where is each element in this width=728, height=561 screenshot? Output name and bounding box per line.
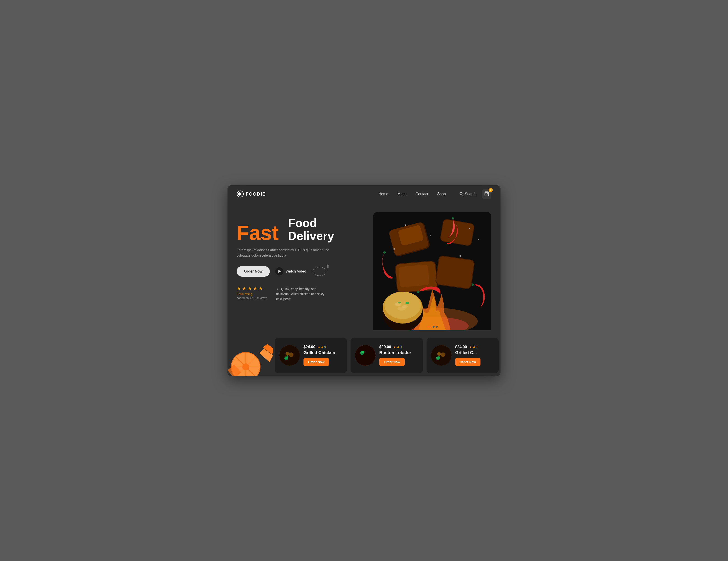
svg-point-52 <box>355 345 376 366</box>
arrow-up-icon: ⇧ <box>326 263 330 269</box>
product-name-3: Grilled C... <box>455 350 494 355</box>
product-details-3: $24.00 ★ 4.9 Grilled C... Order Now <box>455 345 494 366</box>
svg-rect-27 <box>430 235 431 236</box>
search-icon <box>459 192 463 196</box>
hero-dots <box>427 326 438 328</box>
product-card-grilled-2: $24.00 ★ 4.9 Grilled C... Order Now <box>427 338 499 373</box>
star-2: ★ <box>242 286 247 292</box>
svg-point-1 <box>238 192 241 195</box>
rating-block: ★ ★ ★ ★ ★ 5 star rating based on 1788 re… <box>237 286 267 300</box>
svg-point-46 <box>286 352 289 356</box>
search-label: Search <box>465 192 476 196</box>
svg-point-18 <box>452 217 454 219</box>
svg-rect-17 <box>436 256 474 289</box>
svg-rect-25 <box>394 248 395 249</box>
order-grilled-chicken-button[interactable]: Order Now <box>303 358 329 366</box>
watch-video-label: Watch Video <box>286 269 306 273</box>
browser-window: FOODIE Home Menu Contact Shop Search 2 <box>227 185 501 376</box>
watch-video-button[interactable]: Watch Video <box>275 267 306 275</box>
product-card-boston-lobster: $29.00 ★ 4.9 Boston Lobster Order Now <box>351 338 423 373</box>
cart-icon <box>484 191 489 196</box>
svg-rect-23 <box>469 228 470 229</box>
svg-point-33 <box>397 307 406 311</box>
product-price-1: $24.00 <box>303 345 315 349</box>
food-img-svg-3 <box>431 345 452 366</box>
svg-point-47 <box>289 353 293 357</box>
feature-text: ► Quick, easy, healthy, and delicious Gr… <box>276 286 326 302</box>
svg-point-2 <box>460 192 463 195</box>
feature-bullet-icon: ► <box>276 287 279 291</box>
svg-point-19 <box>383 251 386 253</box>
order-lobster-button[interactable]: Order Now <box>379 358 405 366</box>
product-rating-3: ★ 4.9 <box>469 345 478 349</box>
food-img-svg-1 <box>279 345 300 366</box>
rating-label: 5 star rating <box>237 292 267 296</box>
hero-subtitle: Lorem ipsum dolor sit amet consectetur. … <box>237 247 332 258</box>
star-4: ★ <box>253 286 258 292</box>
star-1: ★ <box>237 286 241 292</box>
dashed-decoration: ⇧ <box>312 264 330 278</box>
products-section: $24.00 ★ 4.9 Grilled Chicken Order Now <box>227 335 501 376</box>
svg-rect-15 <box>398 264 430 287</box>
logo-icon <box>237 190 244 198</box>
star-5: ★ <box>258 286 263 292</box>
product-image-grilled-chicken <box>279 345 300 366</box>
hero-image-bg <box>373 212 491 330</box>
logo: FOODIE <box>237 190 266 198</box>
cart-badge: 2 <box>489 188 493 192</box>
play-icon <box>275 267 283 275</box>
hero-title: Fast FoodDelivery <box>237 216 366 243</box>
nav-menu[interactable]: Menu <box>397 192 407 196</box>
nav-links: Home Menu Contact Shop <box>379 192 446 196</box>
search-button[interactable]: Search <box>459 192 476 196</box>
product-image-grilled-2 <box>431 345 452 366</box>
svg-point-35 <box>398 302 401 304</box>
svg-rect-26 <box>460 255 461 256</box>
svg-point-21 <box>417 291 419 293</box>
orange-decoration <box>227 335 273 376</box>
order-now-button[interactable]: Order Now <box>237 266 270 276</box>
navbar: FOODIE Home Menu Contact Shop Search 2 <box>227 185 501 203</box>
svg-point-34 <box>405 302 409 304</box>
order-grilled-2-button[interactable]: Order Now <box>455 358 481 366</box>
orange-svg <box>227 335 273 376</box>
svg-point-68 <box>438 356 440 359</box>
feature-description: Quick, easy, healthy, and delicious Gril… <box>276 287 324 301</box>
product-price-2: $29.00 <box>379 345 391 349</box>
hero-title-fast: Fast <box>237 221 279 244</box>
product-name-2: Boston Lobster <box>379 350 418 355</box>
svg-point-42 <box>242 363 249 370</box>
nav-shop[interactable]: Shop <box>437 192 446 196</box>
dot-1 <box>427 326 431 328</box>
cart-button[interactable]: 2 <box>482 189 491 199</box>
star-3: ★ <box>248 286 252 292</box>
nav-home[interactable]: Home <box>379 192 388 196</box>
product-details-1: $24.00 ★ 4.9 Grilled Chicken Order Now <box>303 345 342 366</box>
svg-point-20 <box>472 284 474 286</box>
hero-image <box>373 212 491 335</box>
product-details-2: $29.00 ★ 4.9 Boston Lobster Order Now <box>379 345 418 366</box>
product-rating-1: ★ 4.9 <box>318 345 326 349</box>
hero-title-food-delivery: FoodDelivery <box>288 216 334 242</box>
product-rating-value-2: 4.9 <box>397 345 402 349</box>
svg-rect-24 <box>478 239 479 240</box>
hero-content: Fast FoodDelivery Lorem ipsum dolor sit … <box>237 212 373 335</box>
nav-contact[interactable]: Contact <box>416 192 428 196</box>
svg-point-63 <box>437 352 441 356</box>
stars-row: ★ ★ ★ ★ ★ <box>237 286 267 292</box>
svg-point-59 <box>362 351 364 353</box>
svg-point-51 <box>286 356 288 359</box>
product-price-3: $24.00 <box>455 345 467 349</box>
reviews-text: based on 1788 reviews <box>237 296 267 300</box>
product-image-lobster <box>355 345 376 366</box>
dashed-oval <box>313 267 326 276</box>
dot-3 <box>436 326 438 328</box>
play-triangle-icon <box>278 270 281 273</box>
product-rating-2: ★ 4.9 <box>393 345 402 349</box>
logo-text: FOODIE <box>246 191 266 197</box>
product-card-grilled-chicken: $24.00 ★ 4.9 Grilled Chicken Order Now <box>275 338 347 373</box>
product-price-row-2: $29.00 ★ 4.9 <box>379 345 418 349</box>
product-rating-value-3: 4.9 <box>473 345 478 349</box>
food-img-svg-2 <box>355 345 376 366</box>
svg-point-64 <box>441 353 445 357</box>
